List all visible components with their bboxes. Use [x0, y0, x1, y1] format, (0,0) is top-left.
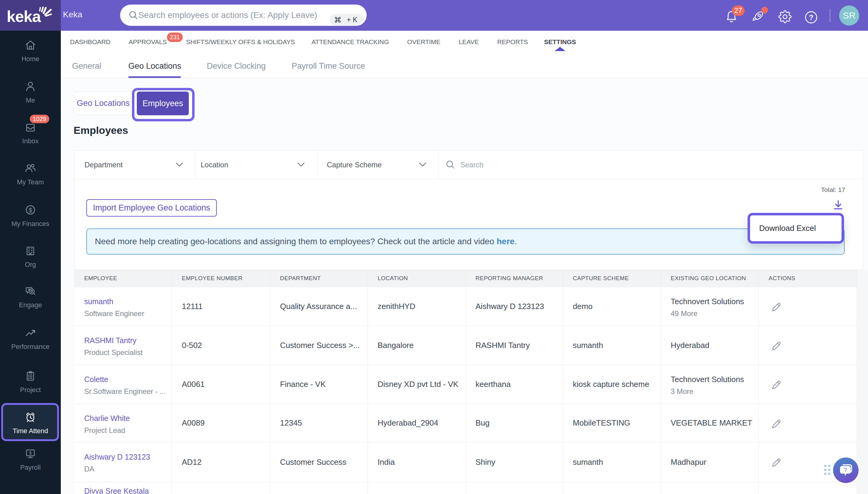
- svg-text:?: ?: [809, 13, 813, 22]
- svg-text:$: $: [28, 207, 32, 213]
- svg-text:$: $: [29, 450, 32, 455]
- svg-text:?: ?: [844, 467, 847, 473]
